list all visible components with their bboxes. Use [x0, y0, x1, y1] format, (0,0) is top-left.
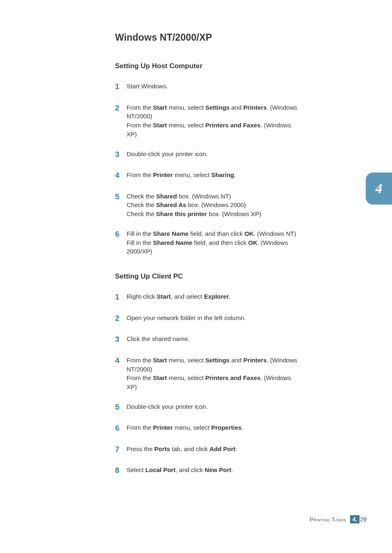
step-item: 3Click the shared name.: [115, 334, 300, 345]
step-body: Double-click your printer icon.: [127, 402, 300, 411]
document-page: Windows NT/2000/XP Setting Up Host Compu…: [0, 0, 392, 553]
step-number: 4: [115, 170, 127, 181]
step-number: 2: [115, 102, 127, 114]
footer-section-label: Printing Tasks: [310, 516, 346, 523]
step-body: Select Local Port, and click New Port.: [127, 465, 300, 475]
step-body: Right-click Start, and select Explorer.: [127, 292, 300, 301]
step-body: Click the shared name.: [127, 334, 300, 343]
step-item: 8Select Local Port, and click New Port.: [115, 465, 300, 476]
footer-chapter-number: 4.: [350, 515, 360, 523]
step-number: 5: [115, 401, 127, 413]
step-item: 5Double-click your printer icon.: [115, 402, 300, 413]
step-number: 3: [115, 149, 127, 160]
step-number: 2: [115, 313, 127, 324]
step-list: 1Start Windows.2From the Start menu, sel…: [115, 82, 300, 256]
step-body: Fill in the Share Name field, and than c…: [127, 229, 300, 256]
step-number: 1: [115, 291, 127, 303]
step-item: 6Fill in the Share Name field, and than …: [115, 229, 300, 256]
step-item: 4From the Printer menu, select Sharing.: [115, 171, 300, 181]
step-number: 6: [115, 422, 127, 434]
step-item: 5Check the Shared box. (Windows NT)Check…: [115, 192, 300, 219]
step-body: From the Printer menu, select Properties…: [127, 423, 300, 432]
step-item: 1Right-click Start, and select Explorer.: [115, 292, 300, 303]
step-body: From the Start menu, select Settings and…: [127, 356, 300, 392]
step-number: 5: [115, 191, 127, 203]
step-number: 4: [115, 355, 127, 366]
step-body: Double-click your printer icon.: [127, 150, 300, 159]
step-item: 6From the Printer menu, select Propertie…: [115, 423, 300, 434]
step-number: 3: [115, 334, 127, 345]
step-body: Press the Ports tab, and click Add Port.: [127, 445, 300, 454]
section-heading: Setting Up Client PC: [115, 272, 300, 281]
step-item: 4From the Start menu, select Settings an…: [115, 356, 300, 392]
step-body: From the Start menu, select Settings and…: [127, 103, 300, 139]
step-body: Open your network folder in the left col…: [127, 313, 300, 323]
step-item: 1Start Windows.: [115, 82, 300, 92]
step-number: 7: [115, 444, 127, 455]
step-item: 3Double-click your printer icon.: [115, 150, 300, 160]
step-number: 1: [115, 81, 127, 92]
chapter-tab-number: 4: [376, 181, 383, 196]
step-item: 7Press the Ports tab, and click Add Port…: [115, 445, 300, 455]
chapter-tab: 4: [366, 173, 392, 205]
step-list: 1Right-click Start, and select Explorer.…: [115, 292, 300, 476]
step-item: 2From the Start menu, select Settings an…: [115, 103, 300, 139]
step-number: 8: [115, 465, 127, 476]
section-heading: Setting Up Host Computer: [115, 62, 300, 70]
page-title: Windows NT/2000/XP: [115, 32, 300, 43]
footer-page-number: 29: [360, 516, 367, 523]
step-item: 2Open your network folder in the left co…: [115, 313, 300, 324]
step-body: Check the Shared box. (Windows NT)Check …: [127, 192, 300, 219]
step-number: 6: [115, 228, 127, 240]
content-column: Windows NT/2000/XP Setting Up Host Compu…: [115, 32, 300, 476]
step-body: From the Printer menu, select Sharing.: [127, 171, 300, 180]
step-body: Start Windows.: [127, 82, 300, 91]
page-footer: Printing Tasks 4. 29: [310, 515, 367, 523]
